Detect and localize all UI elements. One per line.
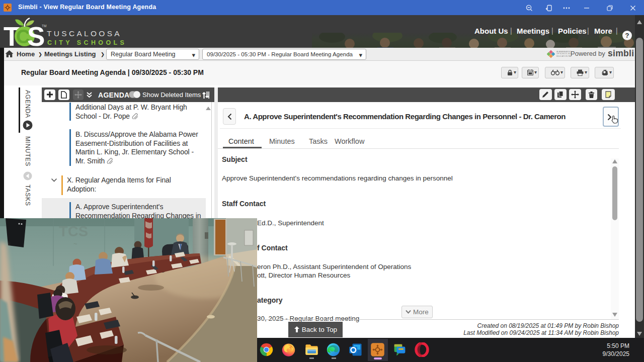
svg-text:?: ? xyxy=(625,32,629,39)
svg-text:CITY SCHOOLS: CITY SCHOOLS xyxy=(47,39,127,46)
svg-text:TCS: TCS xyxy=(59,223,88,239)
svg-text:~: ~ xyxy=(73,240,77,247)
svg-text:TM: TM xyxy=(42,24,46,28)
svg-text:TUSCALOOSA: TUSCALOOSA xyxy=(47,29,122,38)
